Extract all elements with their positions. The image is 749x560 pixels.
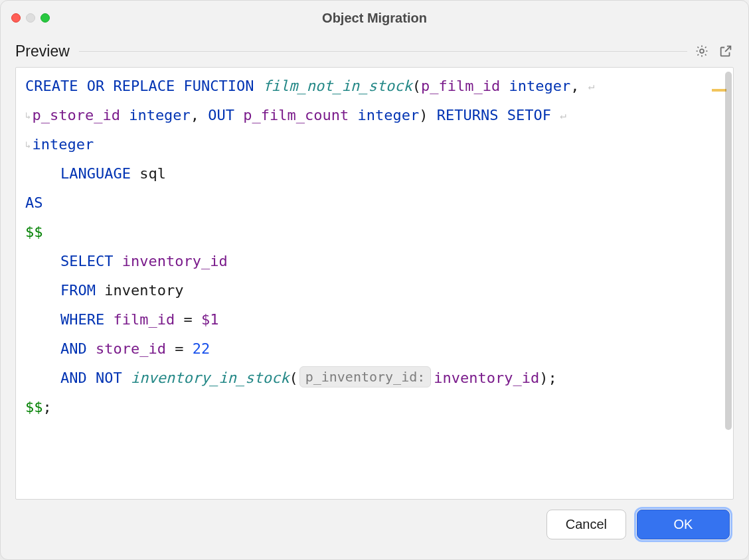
kw-create: CREATE OR REPLACE FUNCTION bbox=[25, 78, 254, 94]
modification-marker bbox=[712, 89, 726, 92]
param-p-store-id: p_store_id bbox=[32, 107, 120, 123]
section-actions bbox=[687, 43, 734, 59]
code-content[interactable]: CREATE OR REPLACE FUNCTION film_not_in_s… bbox=[16, 68, 733, 426]
soft-wrap-icon: ↵ bbox=[588, 80, 595, 92]
code-preview[interactable]: CREATE OR REPLACE FUNCTION film_not_in_s… bbox=[15, 67, 734, 500]
ok-button[interactable]: OK bbox=[637, 510, 730, 539]
continuation-icon: ↳ bbox=[25, 139, 31, 150]
soft-wrap-icon: ↵ bbox=[560, 109, 566, 121]
param-p-film-count: p_film_count bbox=[243, 107, 349, 123]
popout-icon[interactable] bbox=[718, 43, 734, 59]
section-header: Preview bbox=[15, 35, 734, 67]
dialog-window: Object Migration Preview bbox=[0, 0, 749, 560]
close-icon[interactable] bbox=[11, 13, 21, 23]
section-title: Preview bbox=[15, 42, 76, 60]
section-divider bbox=[79, 51, 687, 52]
window-controls bbox=[11, 13, 50, 23]
zoom-icon[interactable] bbox=[41, 13, 50, 23]
content-area: Preview bbox=[1, 35, 748, 559]
minimize-icon[interactable] bbox=[26, 13, 35, 23]
inlay-hint: p_inventory_id: bbox=[299, 366, 432, 387]
dialog-footer: Cancel OK bbox=[15, 500, 734, 549]
scrollbar-thumb[interactable] bbox=[725, 72, 732, 430]
continuation-icon: ↳ bbox=[25, 110, 31, 121]
cancel-button[interactable]: Cancel bbox=[546, 510, 626, 539]
svg-point-0 bbox=[700, 49, 704, 53]
titlebar: Object Migration bbox=[1, 1, 748, 35]
gear-icon[interactable] bbox=[694, 43, 710, 59]
window-title: Object Migration bbox=[1, 11, 748, 26]
param-p-film-id: p_film_id bbox=[421, 78, 500, 94]
fn-name: film_not_in_stock bbox=[263, 78, 412, 94]
